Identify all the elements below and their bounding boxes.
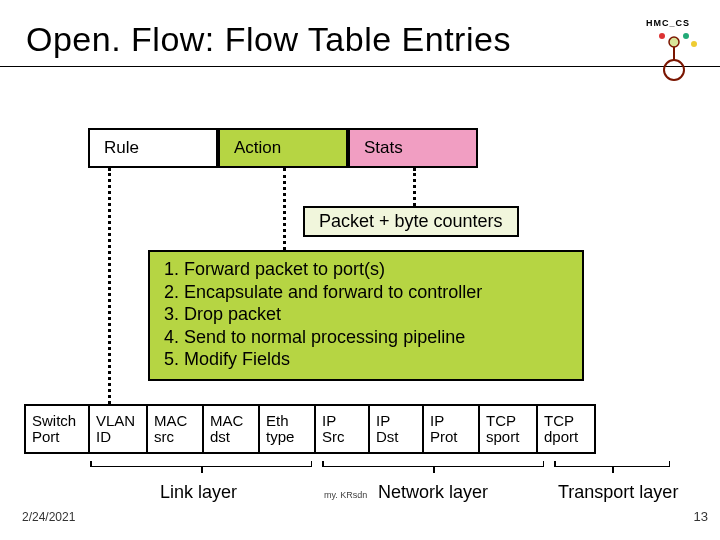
label-network-layer: Network layer [378, 482, 488, 503]
field-vlan-id: VLAN ID [88, 404, 146, 454]
field-mac-src: MAC src [146, 404, 202, 454]
actions-callout: Forward packet to port(s) Encapsulate an… [148, 250, 584, 381]
title-underline [0, 66, 720, 67]
field-ip-prot: IP Prot [422, 404, 478, 454]
label-link-layer: Link layer [160, 482, 237, 503]
network-sublabel: my. KRsdn [324, 490, 367, 500]
field-mac-dst: MAC dst [202, 404, 258, 454]
field-ip-src: IP Src [314, 404, 368, 454]
field-tcp-dport: TCP dport [536, 404, 596, 454]
unicycle-robot-icon [646, 30, 702, 82]
logo: HMC_CS [646, 12, 702, 80]
field-ip-dst: IP Dst [368, 404, 422, 454]
rule-fields-row: Switch Port VLAN ID MAC src MAC dst Eth … [24, 404, 596, 454]
svg-point-4 [683, 33, 689, 39]
label-transport-layer: Transport layer [558, 482, 678, 503]
action-box: Action [218, 128, 348, 168]
entry-structure-row: Rule Action Stats [88, 128, 478, 168]
svg-point-3 [659, 33, 665, 39]
brace-link [90, 466, 312, 467]
connector-action [283, 168, 286, 250]
field-switch-port: Switch Port [24, 404, 88, 454]
connector-stats [413, 168, 416, 206]
svg-point-0 [664, 60, 684, 80]
logo-text: HMC_CS [646, 18, 690, 28]
slide-title: Open. Flow: Flow Table Entries [26, 20, 511, 59]
action-item: Send to normal processing pipeline [162, 326, 572, 349]
footer-date: 2/24/2021 [22, 510, 75, 524]
connector-rule [108, 168, 111, 404]
field-eth-type: Eth type [258, 404, 314, 454]
action-item: Forward packet to port(s) [162, 258, 572, 281]
stats-callout: Packet + byte counters [303, 206, 519, 237]
action-item: Encapsulate and forward to controller [162, 281, 572, 304]
actions-list: Forward packet to port(s) Encapsulate an… [156, 258, 572, 371]
action-item: Drop packet [162, 303, 572, 326]
brace-transport [554, 466, 670, 467]
footer-page-number: 13 [694, 509, 708, 524]
stats-box: Stats [348, 128, 478, 168]
action-item: Modify Fields [162, 348, 572, 371]
svg-point-5 [691, 41, 697, 47]
svg-point-2 [669, 37, 679, 47]
rule-box: Rule [88, 128, 218, 168]
brace-network [322, 466, 544, 467]
field-tcp-sport: TCP sport [478, 404, 536, 454]
